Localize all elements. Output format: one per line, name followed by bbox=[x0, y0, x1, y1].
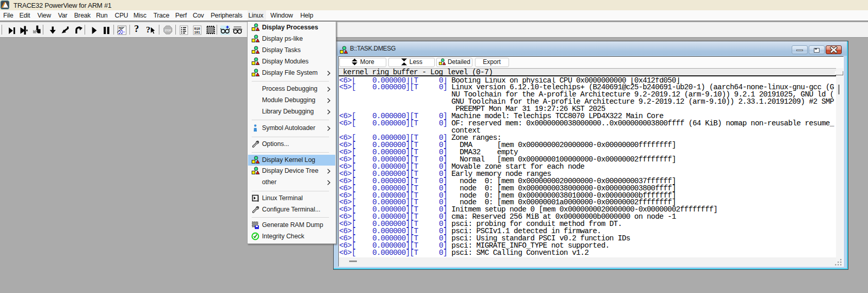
svg-text:?: ? bbox=[146, 25, 151, 35]
svg-text:STOP: STOP bbox=[165, 29, 171, 31]
svg-text:010: 010 bbox=[194, 27, 200, 30]
svg-text:101: 101 bbox=[194, 30, 200, 34]
